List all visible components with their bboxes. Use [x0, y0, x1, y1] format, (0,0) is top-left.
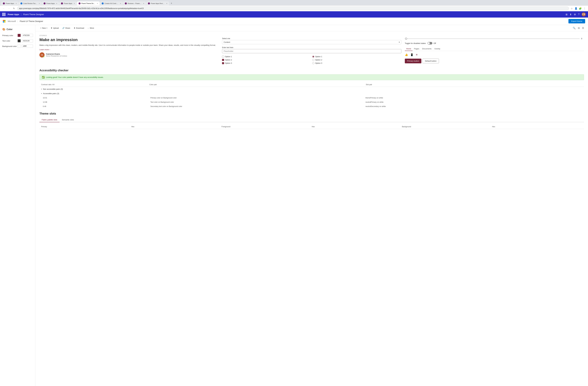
tab-close-2[interactable]: ✕ [39, 3, 40, 4]
upload-button[interactable]: ⬆ Upload [49, 26, 60, 30]
tab-close-5[interactable]: ✕ [97, 3, 98, 4]
tab-activity[interactable]: Activity [433, 47, 442, 51]
filter-icon[interactable]: ⊟ [577, 26, 580, 30]
more-button[interactable]: ··· More [86, 26, 95, 30]
toggle-label: Toggle for disabled states [405, 42, 426, 44]
radio-1[interactable] [312, 56, 314, 58]
refresh-button[interactable]: ↻ [12, 6, 16, 10]
slider-row: 0 [405, 38, 584, 40]
col-foreground: Foreground [221, 126, 312, 128]
tab-close-8[interactable]: ✕ [166, 3, 167, 4]
non-accessible-row[interactable]: ▾ Non accessible pairs (0) [40, 87, 584, 91]
tab-documents[interactable]: Documents [421, 47, 433, 51]
download-icon[interactable]: ⬇ [570, 13, 572, 16]
download-button[interactable]: ⬇ Download [72, 26, 86, 30]
thumbs-up-icon[interactable]: 👍 [405, 53, 408, 56]
checkbox-2[interactable]: ✓ [222, 59, 224, 61]
primary-color-swatch[interactable] [18, 34, 21, 37]
tab-favicon-2 [21, 2, 22, 4]
tab-favicon-8 [148, 2, 150, 4]
slot-pair-2: neutralPrimary on white [366, 101, 581, 103]
background-color-input-group [18, 45, 33, 48]
tab-close-3[interactable]: ✕ [56, 3, 57, 4]
slider-thumb[interactable] [405, 38, 407, 40]
accessible-row[interactable]: ▾ Accessible pairs (3) [40, 91, 584, 96]
semantic-slots-tab[interactable]: Semantic slots [60, 117, 76, 122]
new-chevron-icon: ▾ [46, 27, 47, 29]
background-color-swatch[interactable] [18, 45, 21, 48]
address-bar[interactable] [17, 7, 569, 10]
radio-item-2: Option 2 [312, 59, 401, 61]
waffle-icon[interactable] [2, 13, 5, 16]
person-name: Cameron Evans [46, 53, 67, 55]
app-name[interactable]: Power Apps [8, 13, 19, 16]
grid-icon[interactable]: ⊞ [566, 13, 567, 16]
tab-close-6[interactable]: ✕ [120, 3, 121, 4]
learn-more-link[interactable]: Learn more › [40, 49, 219, 51]
browser-tab-7[interactable]: Reviews – Power Apps ✕ [123, 1, 146, 5]
primary-color-hex-input[interactable] [21, 34, 33, 37]
data-row-1: 10.01 Primary color on Background color … [40, 96, 584, 100]
avatar[interactable]: CE [582, 12, 586, 16]
bookmark-icon[interactable]: ☆ [570, 7, 573, 10]
non-accessible-label: Non accessible pairs (0) [43, 88, 63, 90]
new-tab-button[interactable]: + [169, 1, 173, 5]
browser-tab-8[interactable]: Power Apps Review Tool ... ✕ [146, 1, 169, 5]
tab-close-1[interactable]: ✕ [16, 3, 17, 4]
browser-toolbar: ← → ↻ ☆ 👤 🧩 ⋮ [0, 5, 588, 11]
col-background: Background [402, 126, 492, 128]
browser-tab-6[interactable]: Creator Kit Control Refere... ✕ [100, 1, 123, 5]
text-color-hex-input[interactable] [21, 39, 33, 42]
select-box[interactable]: Content ▾ [222, 40, 401, 44]
background-color-label: Background color [2, 45, 17, 47]
accessibility-heading: Accessibility checker [40, 69, 584, 72]
browser-tab-5[interactable]: Fluent Theme Designer - ... ✕ [77, 1, 100, 5]
settings-star-icon[interactable]: ✳ [416, 53, 418, 56]
tab-close-4[interactable]: ✕ [74, 3, 75, 4]
search-icon[interactable]: 🔍 [572, 26, 576, 30]
extensions-icon[interactable]: 🧩 [579, 7, 582, 10]
col-contrast: Contrast ratio: AA [41, 84, 149, 86]
settings-icon[interactable]: ⚙ [574, 13, 576, 16]
tab-close-7[interactable]: ✕ [143, 3, 144, 4]
text-color-swatch[interactable] [18, 39, 21, 42]
tab-home[interactable]: Home [405, 47, 413, 51]
primary-button[interactable]: Primary button [405, 59, 421, 63]
checkbox-3[interactable]: ✓ [222, 62, 224, 64]
person-info: Cameron Evans Senior Researcher at Conto… [46, 53, 67, 57]
profile-icon[interactable]: 👤 [574, 7, 578, 10]
radio-3[interactable] [312, 62, 314, 64]
new-button[interactable]: + New ▾ [39, 26, 49, 30]
app-header-left: Power Apps | Fluent Theme Designer [2, 13, 44, 16]
story-heading: Make an impression [40, 38, 219, 42]
back-button[interactable]: ← [2, 6, 6, 10]
color-pair-3: Secondary text color on Background color [150, 105, 365, 107]
slider-track[interactable] [405, 38, 580, 39]
view-icon[interactable]: ☰ [581, 26, 585, 30]
browser-actions: ☆ 👤 🧩 ⋮ [570, 7, 586, 10]
button-row: Primary button Default button [405, 59, 584, 63]
browser-tab-1[interactable]: Power Apps ✕ [1, 1, 19, 5]
browser-tab-2[interactable]: Code Review Tool Experim... ✕ [19, 1, 42, 5]
default-button[interactable]: Default button [422, 59, 439, 63]
browser-tab-4[interactable]: Power Apps ✕ [59, 1, 77, 5]
fabric-palette-tab[interactable]: Fabric palette slots [40, 117, 60, 122]
tab-favicon-1 [3, 2, 5, 4]
checkbox-1[interactable] [222, 56, 224, 58]
forward-button[interactable]: → [7, 6, 11, 10]
background-color-hex-input[interactable] [21, 45, 33, 48]
more-icon: ··· [87, 27, 89, 29]
radio-2[interactable] [312, 59, 314, 61]
help-icon[interactable]: ? [578, 13, 579, 16]
toggle-switch[interactable] [427, 42, 432, 44]
menu-icon[interactable]: ⋮ [583, 7, 586, 10]
theme-slots-section: Theme slots Fabric palette slots Semanti… [40, 112, 584, 132]
checkbox-item-1: Option 1 [222, 56, 311, 58]
mobile-icon[interactable]: 📱 [410, 53, 413, 56]
text-input-field[interactable] [222, 49, 401, 53]
export-theme-button[interactable]: Export theme [568, 19, 585, 23]
browser-tab-3[interactable]: Power Apps ✕ [42, 1, 59, 5]
tab-pages[interactable]: Pages [413, 47, 421, 51]
share-button[interactable]: 🔗 Share [61, 26, 72, 30]
success-icon: ✅ [42, 76, 45, 78]
